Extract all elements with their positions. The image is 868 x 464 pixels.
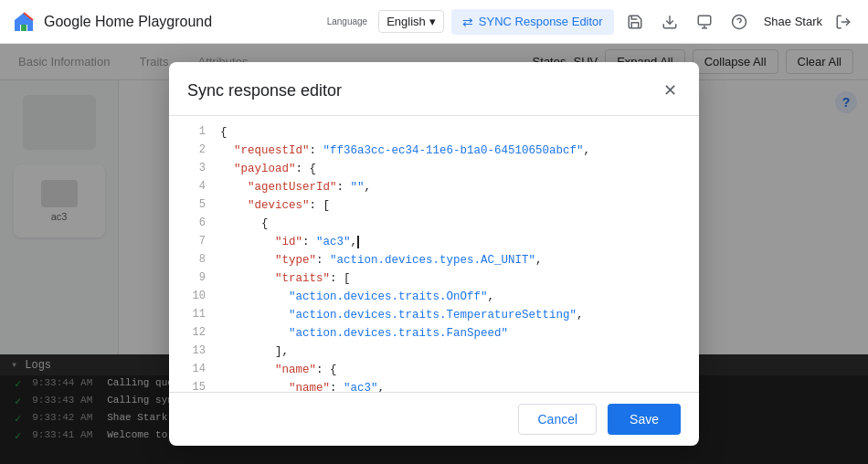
code-line-2: 2 "requestId": "ff36a3cc-ec34-11e6-b1a0-… bbox=[169, 142, 699, 160]
code-line-7: 7 "id": "ac3", bbox=[169, 233, 699, 251]
app-logo-icon bbox=[11, 9, 37, 35]
code-line-1: 1 { bbox=[169, 123, 699, 142]
code-line-6: 6 { bbox=[169, 215, 699, 233]
modal-body[interactable]: 1 { 2 "requestId": "ff36a3cc-ec34-11e6-b… bbox=[169, 116, 699, 392]
svg-rect-2 bbox=[698, 16, 711, 25]
modal-footer: Cancel Save bbox=[169, 392, 699, 446]
app-title: Google Home Playground bbox=[44, 14, 212, 30]
save-button[interactable]: Save bbox=[608, 404, 681, 435]
code-line-4: 4 "agentUserId": "", bbox=[169, 178, 699, 196]
save-icon-button[interactable] bbox=[621, 8, 649, 36]
code-editor: 1 { 2 "requestId": "ff36a3cc-ec34-11e6-b… bbox=[169, 116, 699, 392]
sync-response-editor-modal: Sync response editor ✕ 1 { 2 "requestId"… bbox=[169, 62, 699, 446]
code-line-11: 11 "action.devices.traits.TemperatureSet… bbox=[169, 306, 699, 324]
code-line-10: 10 "action.devices.traits.OnOff", bbox=[169, 288, 699, 306]
modal-header: Sync response editor ✕ bbox=[169, 62, 699, 116]
download-icon-button[interactable] bbox=[656, 8, 683, 36]
code-line-3: 3 "payload": { bbox=[169, 160, 699, 178]
code-line-5: 5 "devices": [ bbox=[169, 196, 699, 215]
app-logo: Google Home Playground bbox=[11, 9, 212, 35]
top-header: Google Home Playground Language English … bbox=[0, 0, 868, 44]
svg-rect-0 bbox=[21, 25, 26, 31]
code-line-8: 8 "type": "action.devices.types.AC_UNIT"… bbox=[169, 251, 699, 269]
language-label: Language bbox=[327, 16, 368, 26]
cancel-button[interactable]: Cancel bbox=[518, 404, 597, 435]
code-line-13: 13 ], bbox=[169, 343, 699, 361]
modal-title: Sync response editor bbox=[187, 81, 342, 100]
language-value: English bbox=[386, 15, 426, 28]
main-content: Basic Information Traits Attributes Stat… bbox=[0, 44, 868, 464]
language-dropdown[interactable]: English ▾ bbox=[378, 10, 444, 33]
logout-icon-button[interactable] bbox=[830, 8, 857, 36]
code-line-9: 9 "traits": [ bbox=[169, 269, 699, 288]
code-line-12: 12 "action.devices.traits.FanSpeed" bbox=[169, 324, 699, 343]
help-icon-button[interactable] bbox=[725, 8, 753, 36]
chevron-down-icon: ▾ bbox=[429, 15, 436, 28]
modal-overlay: Sync response editor ✕ 1 { 2 "requestId"… bbox=[0, 44, 868, 464]
user-name: Shae Stark bbox=[764, 15, 822, 28]
code-line-15: 15 "name": "ac3", bbox=[169, 379, 699, 392]
code-line-14: 14 "name": { bbox=[169, 361, 699, 379]
modal-close-button[interactable]: ✕ bbox=[660, 77, 681, 104]
sync-response-editor-button[interactable]: ⇄ SYNC Response Editor bbox=[451, 9, 614, 35]
sync-btn-label: SYNC Response Editor bbox=[479, 15, 603, 28]
language-selector: Language bbox=[327, 16, 368, 26]
close-icon: ✕ bbox=[663, 80, 677, 100]
notifications-icon-button[interactable] bbox=[691, 8, 718, 36]
sync-icon: ⇄ bbox=[462, 15, 473, 29]
